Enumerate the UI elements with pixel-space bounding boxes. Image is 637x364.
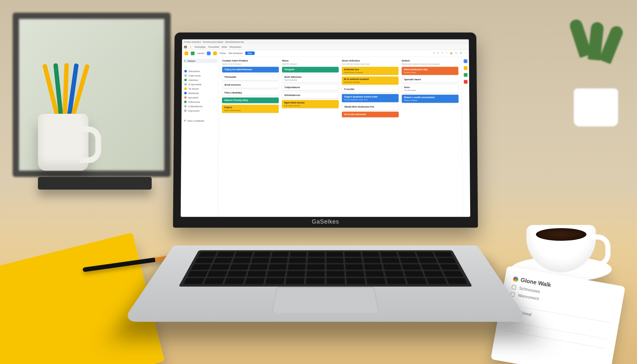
card[interactable]: Coltpomtaures (282, 84, 339, 91)
bell-icon[interactable]: 🔔 (450, 52, 452, 55)
card-sub: Ahatror reduses (404, 100, 457, 101)
card[interactable]: Plomeastls (222, 74, 279, 80)
card[interactable]: EtoreNin theulsade (402, 84, 458, 93)
titlebar-tab[interactable]: Fontee schemers (184, 41, 201, 43)
sidebar-item[interactable]: Wentiomel (183, 91, 217, 95)
sidebar-search[interactable]: ▸ Catrace (183, 59, 218, 63)
card[interactable]: Thropeter (282, 67, 338, 72)
toolbar-button[interactable]: Lannes (197, 52, 204, 54)
sidebar-footer[interactable]: ⚙Sesd s tovalloble (183, 118, 217, 123)
trackpad (271, 287, 379, 313)
sidebar-item-label: Aprovtedd (188, 96, 198, 99)
card-title: Bosit Valtumeso (284, 76, 336, 78)
tag-icon[interactable] (191, 51, 195, 55)
card-sub: Vonte thryonn thoresre (344, 71, 396, 73)
card[interactable]: Ristner s centth sovemmbionAhatror redus… (402, 95, 459, 103)
tasks-icon[interactable] (464, 73, 467, 77)
calendar-icon[interactable] (464, 59, 467, 63)
sidebar-item[interactable]: St Sprroethat (183, 82, 217, 87)
sidebar-item[interactable]: Aprovtedd (183, 95, 217, 100)
toolbar: Lannes Tinesd Sile tchrearem New ⚲ ↻ ⇩ +… (182, 50, 469, 57)
card[interactable]: Stport Mott rfoveedFrel omend atlinsta (282, 100, 339, 108)
menu-item[interactable]: Tentnysiliye (194, 46, 206, 48)
search-icon[interactable]: ⚲ (433, 52, 434, 55)
card[interactable]: Hil ecrots entenemet (342, 112, 399, 117)
star-icon[interactable] (185, 51, 188, 55)
grid-icon[interactable] (207, 51, 211, 55)
board-column: Slost ohSnsles Cot fst lef det wention e… (342, 59, 399, 215)
gear-icon[interactable]: ⚙ (460, 52, 462, 55)
menu-item[interactable]: Stildlt (221, 46, 227, 48)
sidebar: ▸ Catrace — Shlrowshon Tnale neone Catre… (181, 57, 219, 217)
card[interactable]: Olsgere ipeythans enomd endetNd sinosdoi… (342, 94, 399, 102)
menu-item[interactable]: Povenditolt (208, 46, 219, 48)
card[interactable]: Eblotastaerues (282, 92, 339, 99)
keyboard (179, 250, 472, 287)
card[interactable]: Olsence Proviny Inttoy (222, 98, 279, 103)
sidebar-heading: — (183, 65, 218, 68)
card-title: Etore (404, 86, 456, 89)
contacts-icon[interactable] (464, 80, 467, 84)
toolbar-button[interactable]: Tinesd (219, 52, 226, 54)
card[interactable]: P scrotite (342, 86, 399, 93)
card-title: Hil ecrots entenemet (344, 113, 397, 116)
sidebar-item[interactable]: Frithwrosols (183, 100, 217, 104)
pencil-mug (38, 114, 88, 171)
more-icon[interactable]: ⋮ (464, 52, 466, 55)
column-title: Getted (402, 59, 458, 62)
column-title: Slost ohSnsles (342, 59, 398, 62)
sidebar-item[interactable]: Tnale neone (183, 73, 217, 78)
card-sub: Tomeiot uriess (404, 71, 456, 73)
app-body: ▸ Catrace — Shlrowshon Tnale neone Catre… (181, 57, 470, 217)
card-title: Stport Mott rfoveed (284, 102, 337, 104)
sidebar-item[interactable]: Shlrowshon (183, 69, 217, 73)
card[interactable]: Bosit ValtumesoIsen lusstonind (282, 74, 339, 83)
sidebar-item[interactable]: Cotterantinons (183, 104, 217, 108)
sidebar-item-label: St Sprroethat (188, 83, 201, 85)
keep-icon[interactable] (464, 66, 467, 70)
sidebar-item[interactable]: Enproconnt (183, 108, 217, 113)
sidebar-item[interactable]: Tle thorme (183, 87, 217, 91)
sidebar-item-label: Wentiomel (188, 92, 199, 94)
menu-bar: ⋮ Tentnysiliye Povenditolt Stildlt Rinen… (182, 44, 469, 50)
card[interactable]: Bi fo omtionst mostondHill thenre otfora… (342, 76, 399, 85)
titlebar-tab[interactable]: Roundcontred tasket (203, 41, 223, 43)
card[interactable]: Exfintrast torsVonte thryonn thoresre (342, 67, 398, 75)
card[interactable]: Flloe s facdettey (222, 90, 279, 96)
gear-icon: ⚙ (184, 119, 186, 122)
card-title: Spereath Vanert (404, 78, 456, 81)
chevron-right-icon: ▸ (185, 60, 186, 62)
card[interactable]: FulpresSoot lustorectsctirer (222, 105, 279, 113)
card[interactable]: Brodt Inctceree (222, 82, 279, 88)
card-sub: Isen lusstonind (284, 79, 336, 81)
laptop-screen-shell: Fontee schemers Roundcontred tasket Schn… (173, 33, 478, 228)
plant (561, 19, 631, 126)
card-sub: Soot lustorectsctirer (224, 110, 276, 112)
card[interactable]: Thipriy toe hatiofrSelmeen (222, 67, 279, 72)
column-subtitle: Paryssored tutwement altesrery tive bowe… (402, 63, 458, 65)
card-title: Flloe s facdettey (225, 92, 276, 94)
refresh-icon[interactable]: ↻ (437, 52, 439, 55)
sidebar-item-label: Cotterantinons (188, 105, 203, 107)
toolbar-button[interactable]: Sile tchrearem (228, 52, 243, 54)
flag-icon[interactable] (213, 51, 217, 55)
plus-icon[interactable]: + (446, 52, 447, 55)
sidebar-item[interactable]: Catredour (183, 78, 217, 82)
sidebar-item-label: Catredour (188, 79, 198, 81)
card-title: Exfintrast tors (344, 68, 396, 71)
sidebar-item-label: Tnale neone (188, 75, 201, 77)
column-title: Costain Intert Prattos (222, 59, 279, 62)
column-subtitle: Svidni 10 titl 3 funtores (222, 63, 279, 65)
laptop-brand: GaSelkes (173, 218, 478, 225)
card[interactable]: Wastla Mont Sesbeedns Flor (342, 104, 399, 110)
sidebar-footer-label: Sesd s tovalloble (187, 120, 204, 122)
help-icon[interactable]: ⓘ (455, 52, 457, 55)
right-rail (461, 57, 470, 217)
toolbar-primary-button[interactable]: New (245, 52, 255, 55)
menu-item[interactable]: Rinendessd (229, 46, 241, 48)
column-subtitle: Cot fst lef det wention easid inidy (342, 63, 398, 65)
download-icon[interactable]: ⇩ (441, 52, 443, 55)
card[interactable]: Eitlocotseflestont othyTomeiot uriess (402, 67, 458, 75)
titlebar-tab[interactable]: Schnetractoess tae (225, 41, 244, 43)
card[interactable]: Spereath Vanert (402, 76, 458, 83)
